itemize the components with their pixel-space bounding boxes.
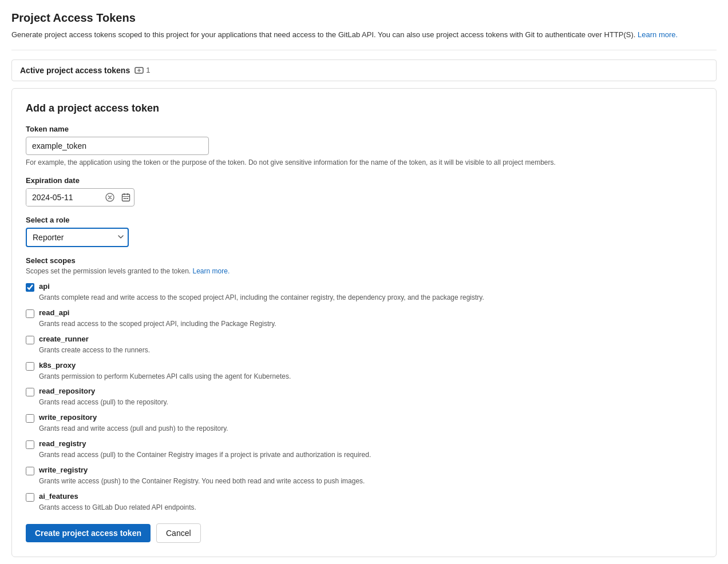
token-name-input[interactable] [26,137,209,155]
scope-name: read_registry [39,439,86,448]
active-tokens-label: Active project access tokens [20,66,130,75]
scope-item: create_runnerGrants create access to the… [26,335,702,355]
scope-item: k8s_proxyGrants permission to perform Ku… [26,361,702,382]
token-count-icon [134,66,144,75]
scope-label-create_runner[interactable]: create_runner [26,335,702,344]
role-label: Select a role [26,216,702,224]
scope-name: k8s_proxy [39,361,76,370]
scope-name: write_repository [39,413,97,422]
scope-description: Grants access to GitLab Duo related API … [39,503,702,513]
scopes-learn-more-link[interactable]: Learn more. [193,267,230,275]
scope-item: write_repositoryGrants read and write ac… [26,413,702,434]
scope-item: ai_featuresGrants access to GitLab Duo r… [26,492,702,513]
scope-checkbox-create_runner[interactable] [26,336,34,344]
scope-label-write_registry[interactable]: write_registry [26,466,702,475]
scopes-title: Select scopes [26,256,702,265]
expiration-label: Expiration date [26,176,702,185]
expiration-date-input[interactable] [26,189,102,206]
scope-label-read_registry[interactable]: read_registry [26,439,702,449]
scope-description: Grants read access to the scoped project… [39,319,702,329]
clear-date-icon [105,193,114,202]
form-title: Add a project access token [26,102,702,114]
scope-item: read_registryGrants read access (pull) t… [26,439,702,460]
scope-checkbox-read_api[interactable] [26,309,34,318]
divider [11,50,717,50]
create-token-button[interactable]: Create project access token [26,524,151,542]
svg-rect-2 [122,194,130,201]
scope-description: Grants create access to the runners. [39,345,702,355]
clear-date-button[interactable] [102,190,118,204]
scope-checkbox-api[interactable] [26,283,34,292]
learn-more-link[interactable]: Learn more. [638,30,678,39]
scope-label-read_api[interactable]: read_api [26,308,702,318]
svg-rect-4 [125,198,126,199]
scope-checkbox-read_registry[interactable] [26,440,34,449]
scope-name: api [39,282,50,291]
scope-label-write_repository[interactable]: write_repository [26,413,702,423]
active-tokens-bar: Active project access tokens 1 [11,59,717,81]
scope-item: read_repositoryGrants read access (pull)… [26,387,702,407]
scope-description: Grants write access (push) to the Contai… [39,476,702,486]
page-description: Generate project access tokens scoped to… [11,29,717,41]
scope-checkbox-read_repository[interactable] [26,388,34,396]
role-group: Select a role Guest Reporter Developer M… [26,216,702,247]
scope-checkbox-write_registry[interactable] [26,467,34,475]
scope-item: read_apiGrants read access to the scoped… [26,308,702,329]
scope-description: Grants complete read and write access to… [39,293,702,303]
calendar-button[interactable] [118,190,134,204]
scope-item: apiGrants complete read and write access… [26,282,702,303]
scope-description: Grants permission to perform Kubernetes … [39,372,702,382]
scope-name: write_registry [39,466,88,474]
scope-name: read_api [39,308,69,317]
scopes-section: Select scopes Scopes set the permission … [26,256,702,512]
scope-name: read_repository [39,387,95,395]
token-count: 1 [134,66,150,75]
scope-label-ai_features[interactable]: ai_features [26,492,702,502]
svg-rect-3 [124,198,125,199]
role-select-wrapper: Guest Reporter Developer Maintainer Owne… [26,228,129,247]
scope-label-read_repository[interactable]: read_repository [26,387,702,396]
token-name-hint: For example, the application using the t… [26,158,702,168]
page-title: Project Access Tokens [11,11,717,25]
scope-description: Grants read access (pull) to the reposit… [39,398,702,407]
expiration-date-group: Expiration date [26,176,702,206]
token-name-group: Token name For example, the application … [26,125,702,168]
scope-name: create_runner [39,335,89,343]
scope-label-api[interactable]: api [26,282,702,292]
add-token-form: Add a project access token Token name Fo… [11,88,717,558]
svg-rect-5 [127,198,128,199]
scope-label-k8s_proxy[interactable]: k8s_proxy [26,361,702,371]
scope-checkbox-ai_features[interactable] [26,493,34,502]
date-input-wrapper [26,188,134,206]
scope-checkbox-write_repository[interactable] [26,414,34,423]
form-actions: Create project access token Cancel [26,523,702,543]
token-name-label: Token name [26,125,702,133]
scope-item: write_registryGrants write access (push)… [26,466,702,486]
scope-description: Grants read and write access (pull and p… [39,424,702,434]
role-select[interactable]: Guest Reporter Developer Maintainer Owne… [26,228,129,247]
scope-description: Grants read access (pull) to the Contain… [39,450,702,460]
scopes-hint: Scopes set the permission levels granted… [26,267,702,275]
cancel-button[interactable]: Cancel [156,523,201,543]
scopes-list: apiGrants complete read and write access… [26,282,702,512]
scope-name: ai_features [39,492,78,501]
calendar-icon [121,193,130,202]
scope-checkbox-k8s_proxy[interactable] [26,362,34,371]
